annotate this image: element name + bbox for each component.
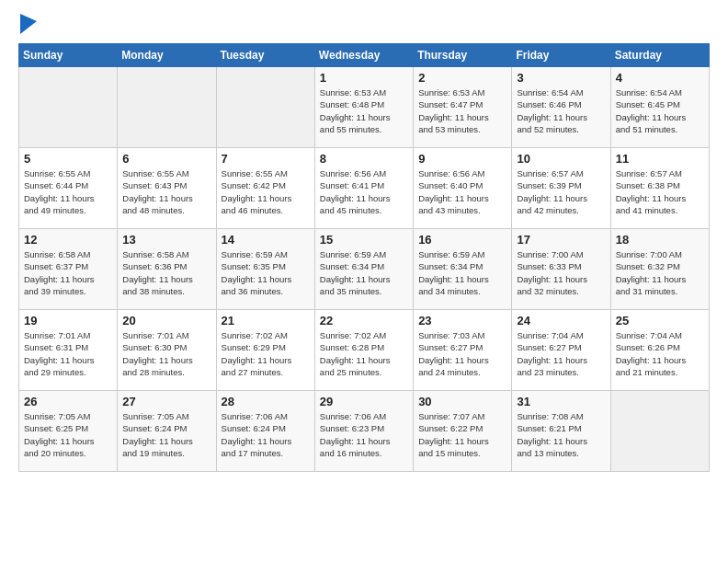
day-info: Sunrise: 7:04 AM Sunset: 6:27 PM Dayligh… bbox=[517, 329, 605, 378]
day-info: Sunrise: 6:56 AM Sunset: 6:40 PM Dayligh… bbox=[418, 167, 506, 216]
day-number: 16 bbox=[418, 233, 506, 247]
week-row-0: 1Sunrise: 6:53 AM Sunset: 6:48 PM Daylig… bbox=[19, 67, 710, 148]
page: SundayMondayTuesdayWednesdayThursdayFrid… bbox=[0, 0, 728, 563]
calendar-cell: 14Sunrise: 6:59 AM Sunset: 6:35 PM Dayli… bbox=[216, 229, 314, 310]
day-info: Sunrise: 6:59 AM Sunset: 6:35 PM Dayligh… bbox=[222, 248, 310, 297]
calendar-cell: 1Sunrise: 6:53 AM Sunset: 6:48 PM Daylig… bbox=[314, 67, 413, 148]
day-info: Sunrise: 7:02 AM Sunset: 6:28 PM Dayligh… bbox=[320, 329, 408, 378]
day-number: 23 bbox=[418, 314, 506, 327]
calendar-cell: 16Sunrise: 6:59 AM Sunset: 6:34 PM Dayli… bbox=[414, 229, 512, 310]
day-number: 14 bbox=[222, 233, 310, 247]
day-info: Sunrise: 7:06 AM Sunset: 6:23 PM Dayligh… bbox=[320, 410, 408, 459]
day-number: 6 bbox=[122, 152, 210, 166]
calendar-cell: 19Sunrise: 7:01 AM Sunset: 6:31 PM Dayli… bbox=[19, 310, 118, 391]
calendar-cell: 3Sunrise: 6:54 AM Sunset: 6:46 PM Daylig… bbox=[512, 67, 610, 148]
weekday-thursday: Thursday bbox=[414, 44, 512, 67]
day-info: Sunrise: 7:00 AM Sunset: 6:33 PM Dayligh… bbox=[517, 248, 605, 297]
calendar-cell: 22Sunrise: 7:02 AM Sunset: 6:28 PM Dayli… bbox=[314, 310, 413, 391]
weekday-monday: Monday bbox=[118, 44, 216, 67]
calendar-cell: 4Sunrise: 6:54 AM Sunset: 6:45 PM Daylig… bbox=[610, 67, 709, 148]
calendar-cell: 2Sunrise: 6:53 AM Sunset: 6:47 PM Daylig… bbox=[414, 67, 512, 148]
day-number: 31 bbox=[517, 395, 605, 408]
calendar-cell: 20Sunrise: 7:01 AM Sunset: 6:30 PM Dayli… bbox=[118, 310, 216, 391]
day-info: Sunrise: 7:01 AM Sunset: 6:31 PM Dayligh… bbox=[24, 329, 112, 378]
day-info: Sunrise: 7:05 AM Sunset: 6:25 PM Dayligh… bbox=[24, 410, 112, 459]
day-info: Sunrise: 7:05 AM Sunset: 6:24 PM Dayligh… bbox=[122, 410, 210, 459]
day-number: 22 bbox=[320, 314, 408, 327]
weekday-header-row: SundayMondayTuesdayWednesdayThursdayFrid… bbox=[19, 44, 710, 67]
calendar-cell: 29Sunrise: 7:06 AM Sunset: 6:23 PM Dayli… bbox=[314, 391, 413, 472]
day-info: Sunrise: 7:01 AM Sunset: 6:30 PM Dayligh… bbox=[122, 329, 210, 378]
day-info: Sunrise: 7:04 AM Sunset: 6:26 PM Dayligh… bbox=[616, 329, 704, 378]
day-number: 17 bbox=[517, 233, 605, 247]
day-info: Sunrise: 6:58 AM Sunset: 6:37 PM Dayligh… bbox=[24, 248, 112, 297]
day-info: Sunrise: 6:55 AM Sunset: 6:43 PM Dayligh… bbox=[122, 167, 210, 216]
calendar-cell: 27Sunrise: 7:05 AM Sunset: 6:24 PM Dayli… bbox=[118, 391, 216, 472]
week-row-1: 5Sunrise: 6:55 AM Sunset: 6:44 PM Daylig… bbox=[19, 148, 710, 229]
day-info: Sunrise: 7:06 AM Sunset: 6:24 PM Dayligh… bbox=[222, 410, 310, 459]
calendar-cell: 28Sunrise: 7:06 AM Sunset: 6:24 PM Dayli… bbox=[216, 391, 314, 472]
day-number: 7 bbox=[222, 152, 310, 166]
weekday-sunday: Sunday bbox=[19, 44, 118, 67]
weekday-saturday: Saturday bbox=[610, 44, 709, 67]
day-info: Sunrise: 7:08 AM Sunset: 6:21 PM Dayligh… bbox=[517, 410, 605, 459]
day-info: Sunrise: 7:02 AM Sunset: 6:29 PM Dayligh… bbox=[222, 329, 310, 378]
calendar-cell: 13Sunrise: 6:58 AM Sunset: 6:36 PM Dayli… bbox=[118, 229, 216, 310]
week-row-2: 12Sunrise: 6:58 AM Sunset: 6:37 PM Dayli… bbox=[19, 229, 710, 310]
day-number: 8 bbox=[320, 152, 408, 166]
calendar-cell bbox=[610, 391, 709, 472]
day-number: 4 bbox=[616, 71, 704, 85]
day-info: Sunrise: 6:53 AM Sunset: 6:48 PM Dayligh… bbox=[320, 86, 408, 135]
calendar-cell bbox=[19, 67, 118, 148]
calendar-cell: 26Sunrise: 7:05 AM Sunset: 6:25 PM Dayli… bbox=[19, 391, 118, 472]
day-info: Sunrise: 6:57 AM Sunset: 6:39 PM Dayligh… bbox=[517, 167, 605, 216]
day-number: 19 bbox=[24, 314, 112, 327]
calendar-cell: 9Sunrise: 6:56 AM Sunset: 6:40 PM Daylig… bbox=[414, 148, 512, 229]
calendar-cell: 11Sunrise: 6:57 AM Sunset: 6:38 PM Dayli… bbox=[610, 148, 709, 229]
calendar-cell: 7Sunrise: 6:55 AM Sunset: 6:42 PM Daylig… bbox=[216, 148, 314, 229]
calendar-cell: 15Sunrise: 6:59 AM Sunset: 6:34 PM Dayli… bbox=[314, 229, 413, 310]
day-number: 27 bbox=[122, 395, 210, 408]
day-number: 5 bbox=[24, 152, 112, 166]
svg-marker-0 bbox=[20, 14, 37, 34]
day-number: 24 bbox=[517, 314, 605, 327]
day-number: 26 bbox=[24, 395, 112, 408]
weekday-wednesday: Wednesday bbox=[314, 44, 413, 67]
header bbox=[18, 14, 710, 34]
day-number: 28 bbox=[222, 395, 310, 408]
day-info: Sunrise: 6:53 AM Sunset: 6:47 PM Dayligh… bbox=[418, 86, 506, 135]
day-info: Sunrise: 6:55 AM Sunset: 6:42 PM Dayligh… bbox=[222, 167, 310, 216]
day-info: Sunrise: 6:59 AM Sunset: 6:34 PM Dayligh… bbox=[320, 248, 408, 297]
day-info: Sunrise: 7:00 AM Sunset: 6:32 PM Dayligh… bbox=[616, 248, 704, 297]
calendar-cell: 10Sunrise: 6:57 AM Sunset: 6:39 PM Dayli… bbox=[512, 148, 610, 229]
calendar-cell: 30Sunrise: 7:07 AM Sunset: 6:22 PM Dayli… bbox=[414, 391, 512, 472]
day-info: Sunrise: 6:59 AM Sunset: 6:34 PM Dayligh… bbox=[418, 248, 506, 297]
day-info: Sunrise: 6:54 AM Sunset: 6:45 PM Dayligh… bbox=[616, 86, 704, 135]
day-number: 1 bbox=[320, 71, 408, 85]
logo bbox=[18, 14, 37, 34]
day-info: Sunrise: 7:07 AM Sunset: 6:22 PM Dayligh… bbox=[418, 410, 506, 459]
weekday-tuesday: Tuesday bbox=[216, 44, 314, 67]
day-info: Sunrise: 6:58 AM Sunset: 6:36 PM Dayligh… bbox=[122, 248, 210, 297]
calendar-cell bbox=[118, 67, 216, 148]
day-number: 30 bbox=[418, 395, 506, 408]
day-info: Sunrise: 6:57 AM Sunset: 6:38 PM Dayligh… bbox=[616, 167, 704, 216]
day-info: Sunrise: 6:55 AM Sunset: 6:44 PM Dayligh… bbox=[24, 167, 112, 216]
day-number: 25 bbox=[616, 314, 704, 327]
day-number: 2 bbox=[418, 71, 506, 85]
calendar-cell: 18Sunrise: 7:00 AM Sunset: 6:32 PM Dayli… bbox=[610, 229, 709, 310]
day-number: 9 bbox=[418, 152, 506, 166]
calendar: SundayMondayTuesdayWednesdayThursdayFrid… bbox=[18, 43, 710, 472]
calendar-cell: 31Sunrise: 7:08 AM Sunset: 6:21 PM Dayli… bbox=[512, 391, 610, 472]
week-row-3: 19Sunrise: 7:01 AM Sunset: 6:31 PM Dayli… bbox=[19, 310, 710, 391]
calendar-cell: 25Sunrise: 7:04 AM Sunset: 6:26 PM Dayli… bbox=[610, 310, 709, 391]
calendar-cell: 24Sunrise: 7:04 AM Sunset: 6:27 PM Dayli… bbox=[512, 310, 610, 391]
day-number: 20 bbox=[122, 314, 210, 327]
calendar-cell: 23Sunrise: 7:03 AM Sunset: 6:27 PM Dayli… bbox=[414, 310, 512, 391]
logo-icon bbox=[20, 14, 37, 34]
day-info: Sunrise: 6:54 AM Sunset: 6:46 PM Dayligh… bbox=[517, 86, 605, 135]
day-number: 18 bbox=[616, 233, 704, 247]
day-number: 12 bbox=[24, 233, 112, 247]
calendar-cell: 8Sunrise: 6:56 AM Sunset: 6:41 PM Daylig… bbox=[314, 148, 413, 229]
day-number: 21 bbox=[222, 314, 310, 327]
